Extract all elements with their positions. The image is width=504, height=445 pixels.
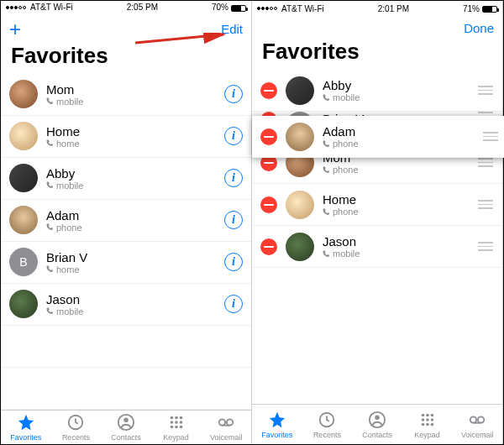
reorder-handle[interactable] xyxy=(477,86,494,95)
svg-point-3 xyxy=(170,416,173,419)
svg-point-18 xyxy=(421,413,424,416)
annotation-arrow xyxy=(135,33,236,50)
tab-contacts[interactable]: Contacts xyxy=(101,411,151,445)
svg-point-21 xyxy=(421,418,424,421)
contact-name: Mom xyxy=(46,82,224,97)
delete-button[interactable] xyxy=(260,128,277,145)
tab-contacts[interactable]: Contacts xyxy=(352,405,402,444)
contact-line: mobile xyxy=(46,181,224,191)
tab-recents[interactable]: Recents xyxy=(302,405,353,444)
left-screen: AT&T Wi-Fi 2:05 PM 70% + Edit Favorites … xyxy=(1,1,252,444)
signal-carrier: AT&T Wi-Fi xyxy=(6,3,73,12)
tab-voicemail[interactable]: Voicemail xyxy=(452,405,502,444)
tab-label: Voicemail xyxy=(210,433,243,442)
right-screen: AT&T Wi-Fi 2:01 PM 71% Done Favorites Ab… xyxy=(252,1,503,444)
svg-line-30 xyxy=(135,34,223,43)
signal-carrier: AT&T Wi-Fi xyxy=(257,4,324,13)
contact-name: Adam xyxy=(323,124,482,139)
contact-info: Homephone xyxy=(323,192,477,217)
svg-point-28 xyxy=(478,416,484,422)
contact-name: Jason xyxy=(46,292,224,306)
delete-button[interactable] xyxy=(260,238,277,255)
info-button[interactable]: i xyxy=(224,85,243,103)
avatar xyxy=(9,80,38,108)
favorite-row[interactable]: Jasonmobilei xyxy=(1,284,251,326)
contact-info: Jasonmobile xyxy=(46,292,224,317)
contact-line: home xyxy=(46,139,224,149)
nav-bar: Done xyxy=(252,16,502,39)
favorite-row[interactable]: Mommobilei xyxy=(1,74,251,116)
tab-label: Keypad xyxy=(414,431,440,439)
favorite-row[interactable]: Homehomei xyxy=(1,116,251,158)
favorites-list: MommobileiHomehomeiAbbymobileiAdamphonei… xyxy=(1,74,251,410)
favorite-row[interactable]: Adamphonei xyxy=(1,200,251,242)
status-bar: AT&T Wi-Fi 2:01 PM 71% xyxy=(252,1,502,16)
recents-icon xyxy=(66,413,85,432)
reorder-handle[interactable] xyxy=(477,200,494,209)
info-button[interactable]: i xyxy=(224,211,243,229)
tab-bar: FavoritesRecentsContactsKeypadVoicemail xyxy=(252,404,502,444)
contact-line: mobile xyxy=(323,92,477,102)
status-time: 2:05 PM xyxy=(127,3,158,12)
contact-line: mobile xyxy=(46,97,224,107)
status-battery: 70% xyxy=(212,3,246,12)
done-button[interactable]: Done xyxy=(464,21,494,35)
svg-point-17 xyxy=(375,415,380,420)
favorite-row[interactable]: BBrian Vhomei xyxy=(1,242,251,284)
svg-point-11 xyxy=(179,425,182,428)
contact-info: Homehome xyxy=(46,124,224,149)
favorite-row-edit[interactable]: Abbymobile xyxy=(252,70,502,112)
tab-recents[interactable]: Recents xyxy=(51,411,102,445)
reorder-handle[interactable] xyxy=(477,158,494,167)
tab-label: Favorites xyxy=(261,431,292,439)
contact-line: mobile xyxy=(46,306,224,317)
reorder-handle[interactable] xyxy=(477,242,494,251)
info-button[interactable]: i xyxy=(224,253,243,271)
info-button[interactable]: i xyxy=(224,169,243,187)
contact-info: Jasonmobile xyxy=(323,234,477,259)
contact-line: mobile xyxy=(323,249,477,259)
page-title: Favorites xyxy=(252,39,502,70)
contact-name: Abby xyxy=(323,78,477,92)
avatar xyxy=(9,122,38,150)
keypad-icon xyxy=(418,411,437,429)
contact-line: phone xyxy=(323,207,477,217)
svg-point-7 xyxy=(175,421,178,424)
tab-favorites[interactable]: Favorites xyxy=(1,411,51,445)
tab-favorites[interactable]: Favorites xyxy=(252,405,302,444)
svg-point-23 xyxy=(430,418,433,421)
delete-button[interactable] xyxy=(260,196,277,213)
voicemail-icon xyxy=(468,411,486,429)
tab-label: Keypad xyxy=(163,433,189,442)
info-button[interactable]: i xyxy=(224,295,243,313)
add-button[interactable]: + xyxy=(9,19,21,39)
contact-name: Jason xyxy=(323,234,477,249)
svg-point-24 xyxy=(421,422,424,426)
favorites-icon xyxy=(268,411,286,429)
svg-point-26 xyxy=(430,422,433,426)
svg-point-9 xyxy=(170,425,173,428)
avatar xyxy=(286,233,314,261)
tab-label: Voicemail xyxy=(461,431,494,439)
contact-line: home xyxy=(46,264,224,275)
delete-button[interactable] xyxy=(260,82,277,99)
tab-label: Contacts xyxy=(111,433,141,442)
favorite-row[interactable]: Abbymobilei xyxy=(1,158,251,200)
reorder-handle[interactable] xyxy=(482,132,499,141)
tab-keypad[interactable]: Keypad xyxy=(151,411,202,445)
status-battery: 71% xyxy=(463,4,497,13)
tab-keypad[interactable]: Keypad xyxy=(402,405,453,444)
svg-point-2 xyxy=(123,417,129,422)
tab-bar: FavoritesRecentsContactsKeypadVoicemail xyxy=(1,410,251,445)
favorite-row-dragging[interactable]: Adamphone xyxy=(252,116,504,158)
tab-label: Recents xyxy=(62,433,90,442)
keypad-icon xyxy=(167,413,186,432)
favorite-row-edit[interactable]: Jasonmobile xyxy=(252,226,502,268)
info-button[interactable]: i xyxy=(224,127,243,145)
favorite-row-edit[interactable]: Homephone xyxy=(252,184,502,226)
svg-point-19 xyxy=(426,413,429,416)
svg-point-8 xyxy=(179,421,182,424)
tab-label: Recents xyxy=(313,431,341,439)
favorites-list-edit: AbbymobileAdamphoneBBrian VphoneMomphone… xyxy=(252,70,502,404)
tab-voicemail[interactable]: Voicemail xyxy=(201,411,251,445)
